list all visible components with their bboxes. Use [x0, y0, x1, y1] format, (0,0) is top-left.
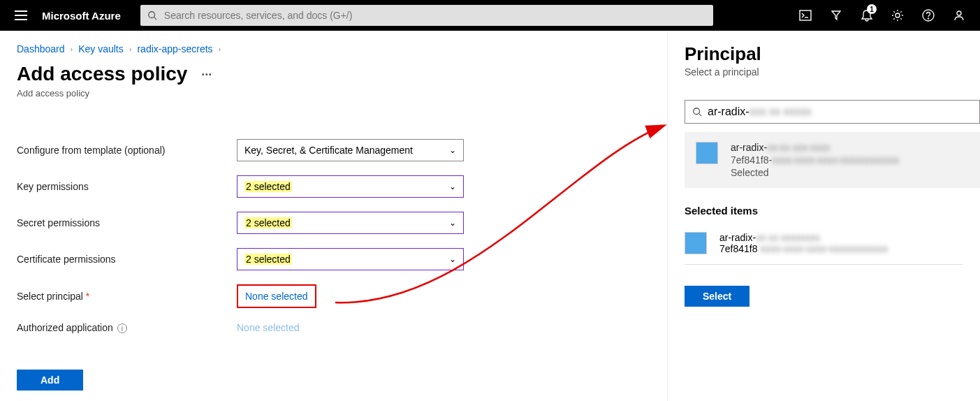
info-icon[interactable]: i	[117, 323, 127, 333]
brand-logo[interactable]: Microsoft Azure	[42, 10, 132, 22]
chevron-down-icon: ⌄	[449, 218, 456, 228]
svg-point-3	[149, 12, 155, 18]
svg-point-11	[694, 108, 700, 115]
more-actions-button[interactable]: ···	[201, 68, 212, 82]
svg-line-4	[154, 17, 156, 20]
settings-button[interactable]	[882, 0, 913, 31]
directory-filter-button[interactable]	[821, 0, 851, 31]
authorized-application-label: Authorized applicationi	[17, 322, 237, 333]
svg-line-12	[699, 114, 702, 117]
access-policy-form: Configure from template (optional) Key, …	[17, 139, 640, 391]
breadcrumb-vault[interactable]: radix-app-secrets	[137, 43, 212, 54]
certificate-permissions-select[interactable]: 2 selected⌄	[237, 248, 464, 270]
breadcrumb-dashboard[interactable]: Dashboard	[17, 43, 65, 54]
principal-search-input[interactable]: ar-radix-xxx xx xxxxx	[708, 105, 811, 118]
breadcrumb: Dashboard› Key vaults› radix-app-secrets…	[17, 43, 640, 54]
chevron-down-icon: ⌄	[449, 145, 456, 155]
add-button[interactable]: Add	[17, 370, 83, 391]
top-navigation-bar: Microsoft Azure 1	[0, 0, 980, 31]
selected-guid: 7ef841f8-xxxx-xxxx-xxxx-xxxxxxxxxxxx	[719, 243, 888, 254]
principal-search-box[interactable]: ar-radix-xxx xx xxxxx	[685, 100, 980, 124]
template-label: Configure from template (optional)	[17, 145, 237, 156]
certificate-permissions-label: Certificate permissions	[17, 254, 237, 265]
secret-permissions-label: Secret permissions	[17, 217, 237, 228]
principal-panel: Principal Select a principal ar-radix-xx…	[667, 31, 980, 401]
search-result-item[interactable]: ar-radix-xx-xx xxx-xxxx 7ef841f8-xxxx-xx…	[685, 132, 980, 188]
notification-badge: 1	[867, 4, 877, 14]
svg-rect-5	[800, 10, 811, 20]
global-search-input[interactable]	[164, 10, 706, 21]
top-icon-bar: 1	[790, 0, 980, 31]
key-permissions-label: Key permissions	[17, 181, 237, 192]
secret-permissions-select[interactable]: 2 selected⌄	[237, 212, 464, 234]
key-permissions-select[interactable]: 2 selected⌄	[237, 175, 464, 198]
svg-point-9	[928, 18, 929, 20]
result-status: Selected	[731, 167, 768, 178]
authorized-application-link: None selected	[237, 322, 300, 333]
breadcrumb-keyvaults[interactable]: Key vaults	[78, 43, 124, 54]
panel-subtitle: Select a principal	[685, 66, 963, 78]
app-icon	[696, 142, 718, 164]
help-button[interactable]	[913, 0, 944, 31]
panel-title: Principal	[685, 43, 963, 65]
page-subtitle: Add access policy	[17, 88, 640, 99]
page-title: Add access policy···	[17, 63, 640, 85]
selected-name: ar-radix-xx xx xxxxxxxx	[719, 232, 888, 243]
select-principal-label: Select principal *	[17, 291, 237, 302]
template-select[interactable]: Key, Secret, & Certificate Management⌄	[237, 139, 464, 161]
selected-items-heading: Selected items	[685, 205, 963, 217]
chevron-down-icon: ⌄	[449, 182, 456, 191]
select-button[interactable]: Select	[685, 286, 749, 307]
selected-item[interactable]: ar-radix-xx xx xxxxxxxx 7ef841f8-xxxx-xx…	[685, 222, 963, 265]
chevron-down-icon: ⌄	[449, 254, 456, 264]
result-guid: 7ef841f8-xxxx-xxxx-xxxx-xxxxxxxxxxxx	[731, 154, 899, 166]
search-icon	[147, 10, 157, 20]
app-icon	[685, 232, 707, 254]
result-name: ar-radix-xx-xx xxx-xxxx	[731, 142, 899, 153]
feedback-button[interactable]	[944, 0, 974, 31]
cloud-shell-button[interactable]	[790, 0, 821, 31]
hamburger-menu-button[interactable]	[0, 0, 42, 31]
svg-point-7	[895, 13, 900, 17]
search-icon	[692, 107, 702, 117]
select-principal-highlight: None selected	[237, 284, 316, 308]
global-search-box[interactable]	[140, 5, 713, 26]
select-principal-link[interactable]: None selected	[245, 291, 308, 302]
notifications-button[interactable]: 1	[851, 0, 882, 31]
svg-point-10	[957, 11, 961, 15]
main-content: Dashboard› Key vaults› radix-app-secrets…	[0, 31, 657, 401]
